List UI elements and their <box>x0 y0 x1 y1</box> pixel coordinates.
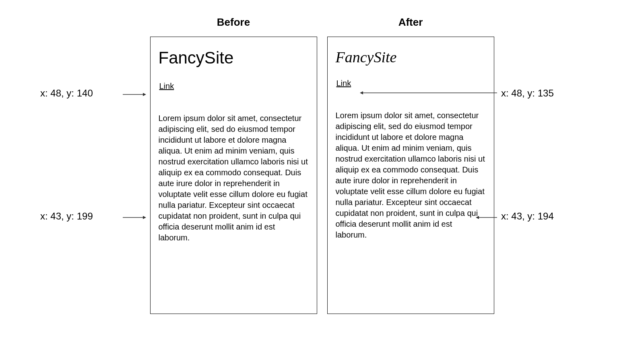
after-body-text: Lorem ipsum dolor sit amet, consectetur … <box>336 110 486 240</box>
annotation-before-body-coords: x: 43, y: 199 <box>40 211 93 222</box>
arrow-right-bottom <box>474 215 497 215</box>
svg-marker-5 <box>360 91 363 94</box>
after-title: After <box>398 16 423 29</box>
before-link[interactable]: Link <box>159 82 174 91</box>
annotation-after-body-coords: x: 43, y: 194 <box>501 211 554 222</box>
arrow-left-bottom <box>123 215 147 215</box>
before-title: Before <box>217 16 250 29</box>
svg-marker-3 <box>143 216 146 219</box>
before-body-text: Lorem ipsum dolor sit amet, consectetur … <box>159 113 309 243</box>
annotation-before-link-coords: x: 48, y: 140 <box>40 88 93 99</box>
svg-marker-1 <box>143 93 146 96</box>
after-site-title: FancySite <box>336 48 486 66</box>
arrow-left-top <box>123 92 147 92</box>
before-panel: FancySite Link Lorem ipsum dolor sit ame… <box>150 37 317 314</box>
before-site-title: FancySite <box>159 48 309 68</box>
annotation-after-link-coords: x: 48, y: 135 <box>501 88 554 99</box>
after-panel: FancySite Link Lorem ipsum dolor sit ame… <box>327 37 494 314</box>
arrow-right-top <box>358 90 497 90</box>
before-panel-wrapper: Before FancySite Link Lorem ipsum dolor … <box>150 16 317 314</box>
svg-marker-7 <box>476 216 479 219</box>
after-panel-wrapper: After FancySite Link Lorem ipsum dolor s… <box>327 16 494 314</box>
after-link[interactable]: Link <box>336 79 351 88</box>
